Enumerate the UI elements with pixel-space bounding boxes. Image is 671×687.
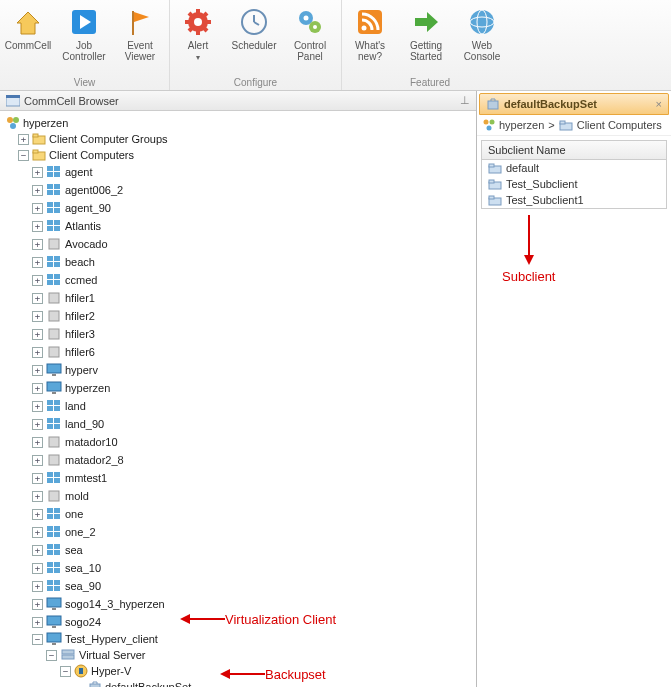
expand-toggle[interactable]: + bbox=[32, 617, 43, 628]
expand-toggle[interactable]: + bbox=[32, 329, 43, 340]
tree-client[interactable]: +Avocado bbox=[4, 235, 476, 253]
tree-client[interactable]: +agent bbox=[4, 163, 476, 181]
svg-rect-86 bbox=[54, 526, 60, 531]
tree-client[interactable]: +hfiler1 bbox=[4, 289, 476, 307]
collapse-toggle[interactable]: − bbox=[18, 150, 29, 161]
job-controller-button[interactable]: Job Controller bbox=[56, 4, 112, 64]
tree-client[interactable]: +hfiler3 bbox=[4, 325, 476, 343]
expand-toggle[interactable]: + bbox=[32, 599, 43, 610]
client-icon bbox=[46, 218, 62, 234]
expand-toggle[interactable]: + bbox=[32, 365, 43, 376]
expand-toggle[interactable]: + bbox=[32, 275, 43, 286]
tree-label: Test_Hyperv_client bbox=[65, 633, 158, 645]
tree-client[interactable]: +Atlantis bbox=[4, 217, 476, 235]
table-row[interactable]: Test_Subclient bbox=[482, 176, 666, 192]
tree-client[interactable]: +hfiler2 bbox=[4, 307, 476, 325]
tree-client[interactable]: +mold bbox=[4, 487, 476, 505]
tree-group[interactable]: + Client Computer Groups bbox=[4, 131, 476, 147]
commcell-button[interactable]: CommCell bbox=[0, 4, 56, 53]
expand-toggle[interactable]: + bbox=[32, 473, 43, 484]
tree-client[interactable]: +hyperv bbox=[4, 361, 476, 379]
tree-client[interactable]: +beach bbox=[4, 253, 476, 271]
expand-toggle[interactable]: + bbox=[32, 257, 43, 268]
tree-client-expanded[interactable]: − Test_Hyperv_client bbox=[4, 631, 476, 647]
tree-client[interactable]: +sea_90 bbox=[4, 577, 476, 595]
table-row[interactable]: Test_Subclient1 bbox=[482, 192, 666, 208]
tree-client[interactable]: +agent_90 bbox=[4, 199, 476, 217]
expand-toggle[interactable]: + bbox=[32, 419, 43, 430]
tab-header[interactable]: defaultBackupSet × bbox=[479, 93, 669, 115]
gear-blue-icon bbox=[295, 7, 325, 37]
collapse-toggle[interactable]: − bbox=[32, 634, 43, 645]
expand-toggle[interactable]: + bbox=[32, 239, 43, 250]
expand-toggle[interactable]: + bbox=[18, 134, 29, 145]
tree-client[interactable]: +one_2 bbox=[4, 523, 476, 541]
expand-toggle[interactable]: + bbox=[32, 383, 43, 394]
svg-rect-25 bbox=[6, 95, 20, 98]
tree-client[interactable]: +sea bbox=[4, 541, 476, 559]
expand-toggle[interactable]: + bbox=[32, 167, 43, 178]
tree-client[interactable]: +matador10 bbox=[4, 433, 476, 451]
tree-instance[interactable]: − Hyper-V bbox=[4, 663, 476, 679]
tree-client[interactable]: +sogo14_3_hyperzen bbox=[4, 595, 476, 613]
tree-client[interactable]: +one bbox=[4, 505, 476, 523]
svg-rect-97 bbox=[47, 580, 53, 585]
table-header[interactable]: Subclient Name bbox=[482, 141, 666, 160]
client-icon bbox=[46, 416, 62, 432]
whats-new-button[interactable]: What's new? bbox=[342, 4, 398, 64]
tree-client[interactable]: +sogo24 bbox=[4, 613, 476, 631]
tree-client[interactable]: +mmtest1 bbox=[4, 469, 476, 487]
close-icon[interactable]: × bbox=[656, 98, 662, 110]
breadcrumb-item[interactable]: hyperzen bbox=[499, 119, 544, 131]
tree-client[interactable]: +hyperzen bbox=[4, 379, 476, 397]
expand-toggle[interactable]: + bbox=[32, 203, 43, 214]
expand-toggle[interactable]: + bbox=[32, 545, 43, 556]
expand-toggle[interactable]: + bbox=[32, 347, 43, 358]
tree-label: sea_90 bbox=[65, 580, 101, 592]
expand-toggle[interactable]: + bbox=[32, 563, 43, 574]
control-panel-button[interactable]: Control Panel bbox=[282, 4, 338, 64]
breadcrumb-item[interactable]: Client Computers bbox=[577, 119, 662, 131]
expand-toggle[interactable]: + bbox=[32, 311, 43, 322]
tree-client[interactable]: +ccmed bbox=[4, 271, 476, 289]
tree-agent[interactable]: − Virtual Server bbox=[4, 647, 476, 663]
tree-group[interactable]: − Client Computers bbox=[4, 147, 476, 163]
backupset-icon bbox=[88, 680, 102, 687]
tree-client[interactable]: +land_90 bbox=[4, 415, 476, 433]
collapse-toggle[interactable]: − bbox=[46, 650, 57, 661]
svg-rect-70 bbox=[47, 418, 53, 423]
expand-toggle[interactable]: + bbox=[32, 221, 43, 232]
tree-backupset[interactable]: defaultBackupSet bbox=[4, 679, 476, 687]
collapse-toggle[interactable]: − bbox=[60, 666, 71, 677]
commcell-browser-panel: CommCell Browser ⊥ hyperzen + Client Com… bbox=[0, 91, 477, 687]
play-icon bbox=[69, 7, 99, 37]
expand-toggle[interactable]: + bbox=[32, 185, 43, 196]
folder-icon bbox=[488, 163, 502, 174]
tree-root[interactable]: hyperzen bbox=[4, 115, 476, 131]
alert-button[interactable]: Alert▾ bbox=[170, 4, 226, 65]
expand-toggle[interactable]: + bbox=[32, 293, 43, 304]
svg-rect-87 bbox=[47, 532, 53, 537]
getting-started-button[interactable]: Getting Started bbox=[398, 4, 454, 64]
expand-toggle[interactable]: + bbox=[32, 581, 43, 592]
scheduler-button[interactable]: Scheduler bbox=[226, 4, 282, 53]
expand-toggle[interactable]: + bbox=[32, 491, 43, 502]
svg-rect-24 bbox=[6, 97, 20, 106]
tree-client[interactable]: +land bbox=[4, 397, 476, 415]
svg-rect-53 bbox=[54, 262, 60, 267]
expand-toggle[interactable]: + bbox=[32, 437, 43, 448]
tree-client[interactable]: +sea_10 bbox=[4, 559, 476, 577]
expand-toggle[interactable]: + bbox=[32, 455, 43, 466]
expand-toggle[interactable]: + bbox=[32, 509, 43, 520]
svg-rect-69 bbox=[54, 406, 60, 411]
pin-icon[interactable]: ⊥ bbox=[460, 94, 470, 107]
tree-client[interactable]: +hfiler6 bbox=[4, 343, 476, 361]
expand-toggle[interactable]: + bbox=[32, 527, 43, 538]
tree-client[interactable]: +agent006_2 bbox=[4, 181, 476, 199]
web-console-button[interactable]: Web Console bbox=[454, 4, 510, 64]
event-viewer-button[interactable]: Event Viewer bbox=[112, 4, 168, 64]
table-row[interactable]: default bbox=[482, 160, 666, 176]
tree-label: hfiler2 bbox=[65, 310, 95, 322]
expand-toggle[interactable]: + bbox=[32, 401, 43, 412]
tree-client[interactable]: +matador2_8 bbox=[4, 451, 476, 469]
